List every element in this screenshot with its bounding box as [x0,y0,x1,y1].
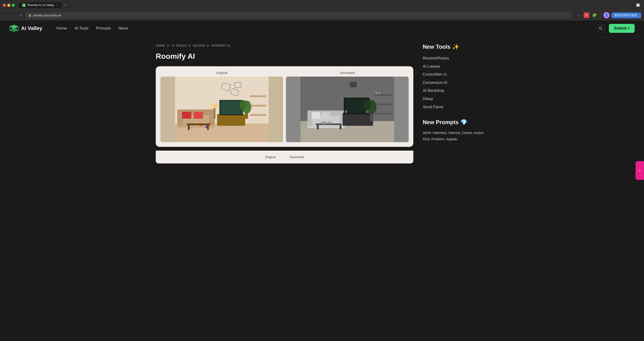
submit-button[interactable]: Submit ▾ [609,24,635,33]
generated-column: Generated [286,71,409,142]
sidebar: New Tools ✨ RestorePhotos AI Lawyer Cont… [423,44,488,164]
forward-button[interactable]: › [10,12,16,18]
traffic-lights [3,4,15,7]
image-comparison: Original [160,71,409,142]
window-controls: ⬜ [635,2,641,8]
ai-backdrop-link[interactable]: AI Backdrop [423,88,444,93]
controlnet-link[interactable]: ControlNet v1 [423,72,447,76]
svg-rect-49 [376,92,378,94]
extension-icon[interactable]: A [584,12,589,18]
svg-marker-2 [10,28,18,32]
fullscreen-traffic-light[interactable] [12,4,15,7]
nav-home[interactable]: Home [56,26,67,31]
original-label: Original [160,71,283,75]
nav-ai-tools[interactable]: AI Tools [74,26,88,31]
svg-rect-29 [207,125,209,130]
list-item-restore-photos: RestorePhotos [423,55,488,62]
logo-text: Ai Valley [21,25,42,32]
new-prompts-section: New Prompts 💎 AIDA: Attention, Interest,… [423,119,488,142]
page-title: Roomify AI [156,52,413,61]
glasp-link[interactable]: Glasp [423,96,433,101]
side-btn-icon: A [638,170,642,172]
ai-lawyer-link[interactable]: AI Lawyer [423,64,440,68]
svg-rect-28 [188,125,190,130]
active-tab[interactable]: Roomify AI | AI Valley ✕ [18,2,62,8]
svg-rect-12 [194,112,203,119]
generated-label: Generated [286,71,409,75]
tab-title: Roomify AI | AI Valley [28,4,54,7]
svg-rect-58 [328,122,332,124]
svg-rect-55 [317,125,319,129]
tab-original-bottom[interactable]: Original [260,154,280,161]
nav-news[interactable]: News [118,26,128,31]
svg-rect-43 [342,113,373,126]
breadcrumb: HOME ▶ AI TOOLS ▶ DESIGN ▶ ROOMIFY AI [156,44,413,47]
tab-generated-bottom[interactable]: Generated [285,154,309,161]
image-comparison-card: Original [156,66,413,147]
new-tools-section: New Tools ✨ RestorePhotos AI Lawyer Cont… [423,44,488,110]
address-bar-row: ‹ › ↺ 🔒 aivalley.ai/roomify-ai/ ☆ A 🧩 👤 … [0,10,644,20]
svg-rect-50 [379,92,381,94]
tab-favicon [22,4,26,7]
svg-rect-60 [345,110,347,113]
address-bar[interactable]: 🔒 aivalley.ai/roomify-ai/ [25,12,572,18]
svg-rect-18 [250,114,266,116]
tab-bar: Roomify AI | AI Valley ✕ + [18,2,633,8]
reload-button[interactable]: ↺ [18,12,24,18]
close-traffic-light[interactable] [3,4,6,7]
breadcrumb-design[interactable]: DESIGN [193,44,206,47]
svg-rect-13 [217,114,245,126]
breadcrumb-ai-tools[interactable]: AI TOOLS [172,44,187,47]
breadcrumb-current: ROOMIFY AI [212,44,230,47]
header-right: Submit ▾ [597,24,635,33]
svg-rect-27 [187,124,210,125]
list-item-ai-lawyer: AI Lawyer [423,63,488,70]
main-content: HOME ▶ AI TOOLS ▶ DESIGN ▶ ROOMIFY AI Ro… [146,36,498,170]
browser-chrome: Roomify AI | AI Valley ✕ + ⬜ [0,0,644,10]
pas-link[interactable]: PAS: Problem, Agitate, [423,137,458,141]
list-item-consensus-ai: Consensus AI [423,79,488,86]
aida-link[interactable]: AIDA: Attention, Interest, Desire, Actio… [423,131,484,135]
svg-rect-33 [214,107,216,119]
back-button[interactable]: ‹ [3,12,8,18]
breadcrumb-sep-3: ▶ [207,44,210,47]
extensions-puzzle-icon[interactable]: 🧩 [591,12,598,18]
svg-point-21 [239,100,246,109]
minimize-traffic-light[interactable] [7,4,10,7]
ssl-lock-icon: 🔒 [28,14,32,17]
restore-photos-link[interactable]: RestorePhotos [423,56,449,60]
list-item-glasp: Glasp [423,95,488,102]
breadcrumb-home[interactable]: HOME [156,44,165,47]
svg-rect-42 [322,112,330,119]
floating-side-button[interactable]: A [636,161,644,180]
url-text: aivalley.ai/roomify-ai/ [33,14,61,17]
svg-rect-47 [374,104,392,105]
svg-rect-61 [366,110,368,113]
list-item-aida: AIDA: Attention, Interest, Desire, Actio… [423,130,488,136]
site-wrapper: Ai Valley Home AI Tools Prompts News Sub… [0,20,644,170]
nav-prompts[interactable]: Prompts [96,26,111,31]
bookmark-icon[interactable]: ☆ [575,12,582,18]
list-item-ai-backdrop: AI Backdrop [423,87,488,94]
submit-label: Submit [614,26,627,30]
send-fame-link[interactable]: Send Fame [423,105,443,109]
svg-rect-17 [250,105,266,106]
breadcrumb-sep-1: ▶ [167,44,170,47]
update-button[interactable]: 重新启动即可更新 : [612,12,641,18]
generated-room-image [286,76,409,142]
profile-icon[interactable]: 👤 [604,12,610,18]
svg-rect-46 [374,94,392,96]
consensus-ai-link[interactable]: Consensus AI [423,80,447,85]
new-prompts-list: AIDA: Attention, Interest, Desire, Actio… [423,130,488,142]
new-prompts-title: New Prompts 💎 [423,119,488,126]
tab-close-btn[interactable]: ✕ [56,4,58,6]
svg-marker-34 [211,104,218,108]
content-left: HOME ▶ AI TOOLS ▶ DESIGN ▶ ROOMIFY AI Ro… [156,44,413,164]
search-button[interactable] [597,24,605,32]
logo-link[interactable]: Ai Valley [9,24,42,33]
search-icon [599,26,603,30]
bottom-tab-row: Original Generated [156,150,413,164]
list-item-send-fame: Send Fame [423,104,488,111]
svg-rect-11 [182,112,191,119]
new-tab-button[interactable]: + [62,2,68,8]
